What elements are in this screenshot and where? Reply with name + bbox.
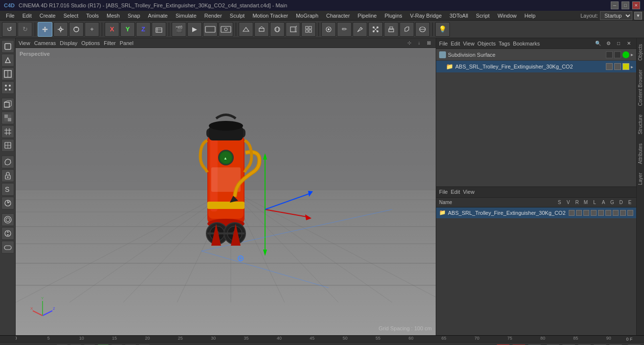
menu-edit[interactable]: Edit [19, 12, 36, 20]
menu-script[interactable]: Script [472, 12, 493, 20]
render-active-button[interactable] [203, 22, 218, 37]
camera-film-button[interactable]: 🎬 [172, 22, 186, 37]
objects-settings-button[interactable]: ⚙ [604, 39, 613, 48]
object-row[interactable]: 📁 ABS_SRL_Trolley_Fire_Extinguisher_30Kg… [436, 61, 636, 72]
objects-close-button[interactable]: ✕ [624, 39, 633, 48]
layout-expand-button[interactable]: ▼ [634, 12, 642, 20]
menu-3dtoall[interactable]: 3DToAll [445, 12, 472, 20]
render-region-button[interactable]: ▶ [187, 22, 202, 37]
front-view-button[interactable] [286, 22, 300, 37]
circle-button[interactable] [1, 241, 14, 253]
obj-visible-checkbox[interactable] [606, 63, 613, 70]
attr-edit-menu[interactable]: Edit [451, 189, 460, 195]
attr-flag-g-box[interactable] [613, 210, 619, 216]
menu-select[interactable]: Select [60, 12, 83, 20]
checker-2-button[interactable] [1, 213, 14, 226]
subdivision-surface-row[interactable]: Subdivision Surface ▸ [436, 49, 636, 61]
maximize-button[interactable]: □ [622, 1, 629, 9]
side-view-button[interactable] [270, 22, 285, 37]
menu-tools[interactable]: Tools [82, 12, 103, 20]
menu-mesh[interactable]: Mesh [103, 12, 124, 20]
viewport-scene[interactable]: Perspective [16, 48, 436, 335]
subdiv-more-icon[interactable]: ▸ [631, 52, 633, 57]
edge-mode-button[interactable] [1, 68, 14, 80]
content-browser-tab[interactable]: Content Browser [637, 66, 644, 110]
menu-render[interactable]: Render [200, 12, 226, 20]
connect-button[interactable] [368, 22, 383, 37]
menu-snap[interactable]: Snap [124, 12, 144, 20]
light-button[interactable]: 💡 [435, 22, 450, 37]
attr-flag-e-box[interactable] [627, 210, 633, 216]
snap-enable-button[interactable] [321, 22, 336, 37]
perspective-view-button[interactable] [239, 22, 253, 37]
menu-pipeline[interactable]: Pipeline [354, 12, 380, 20]
checker-button[interactable] [1, 112, 14, 124]
menu-animate[interactable]: Animate [144, 12, 172, 20]
four-view-button[interactable] [301, 22, 316, 37]
viewport-options-menu[interactable]: Options [81, 40, 100, 46]
viewport-cameras-menu[interactable]: Cameras [34, 40, 56, 46]
z-axis-button[interactable]: Z [136, 22, 151, 37]
objects-file-menu[interactable]: File [439, 41, 448, 46]
attr-flag-r-box[interactable] [583, 210, 589, 216]
attr-flag-s-box[interactable] [569, 210, 575, 216]
viewport[interactable]: View Cameras Display Options Filter Pane… [16, 38, 436, 335]
attributes-tab[interactable]: Attributes [637, 139, 644, 168]
x-axis-button[interactable]: X [105, 22, 119, 37]
menu-character[interactable]: Character [322, 12, 354, 20]
menu-plugins[interactable]: Plugins [380, 12, 406, 20]
obj-color-swatch[interactable] [622, 63, 629, 70]
attr-flag-d-box[interactable] [620, 210, 626, 216]
objects-objects-menu[interactable]: Objects [477, 41, 495, 46]
objects-edit-menu[interactable]: Edit [451, 41, 460, 46]
world-space-button[interactable] [152, 22, 166, 37]
lock-button[interactable] [1, 169, 14, 182]
objects-expand-button[interactable]: □ [614, 39, 623, 48]
polygon-mode-button[interactable] [1, 54, 14, 67]
extrude-button[interactable] [384, 22, 399, 37]
point-mode-button[interactable] [1, 81, 14, 94]
objects-bookmarks-menu[interactable]: Bookmarks [513, 41, 540, 46]
cube-tool-button[interactable] [1, 98, 14, 111]
grid-button[interactable] [1, 125, 14, 138]
viewport-filter-menu[interactable]: Filter [104, 40, 115, 46]
viewport-view-menu[interactable]: View [19, 40, 30, 46]
universal-tool-button[interactable]: + [85, 22, 99, 37]
viewport-display-menu[interactable]: Display [60, 40, 77, 46]
objects-tags-menu[interactable]: Tags [499, 41, 510, 46]
objects-search-button[interactable]: 🔍 [594, 39, 602, 48]
viewport-ctrl-1[interactable]: ⊹ [405, 39, 413, 47]
menu-file[interactable]: File [2, 12, 19, 20]
attr-flag-m-box[interactable] [591, 210, 597, 216]
viewport-ctrl-3[interactable]: ⊠ [425, 39, 433, 47]
menu-motion-tracker[interactable]: Motion Tracker [248, 12, 292, 20]
move-2-button[interactable] [1, 227, 14, 240]
move-tool-button[interactable] [38, 22, 52, 37]
attr-view-menu[interactable]: View [463, 189, 475, 195]
y-axis-button[interactable]: Y [120, 22, 135, 37]
redo-button[interactable]: ↻ [18, 22, 32, 37]
object-mode-button[interactable] [1, 40, 14, 53]
sphere-button[interactable] [1, 139, 14, 152]
menu-vray[interactable]: V-Ray Bridge [406, 12, 446, 20]
layout-select[interactable]: Startup [600, 11, 632, 20]
subdiv-render-checkbox[interactable] [614, 51, 621, 58]
minimize-button[interactable]: ─ [611, 1, 619, 9]
menu-mograph[interactable]: MoGraph [292, 12, 322, 20]
undo-button[interactable]: ↺ [2, 22, 17, 37]
attr-flag-v-box[interactable] [576, 210, 582, 216]
objects-view-menu[interactable]: View [463, 41, 475, 46]
knife-button[interactable] [353, 22, 367, 37]
rotate-tool-button[interactable] [69, 22, 84, 37]
bevel-button[interactable] [400, 22, 414, 37]
obj-more-icon[interactable]: ▸ [631, 64, 633, 69]
scale-tool-button[interactable] [53, 22, 68, 37]
menu-create[interactable]: Create [36, 12, 60, 20]
attr-flag-a-box[interactable] [605, 210, 611, 216]
polygon-pen-button[interactable]: ✏ [337, 22, 352, 37]
top-view-button[interactable] [254, 22, 269, 37]
subdiv-visible-checkbox[interactable] [606, 51, 613, 58]
loop-button[interactable] [415, 22, 430, 37]
menu-simulate[interactable]: Simulate [172, 12, 200, 20]
viewport-panel-menu[interactable]: Panel [120, 40, 133, 46]
